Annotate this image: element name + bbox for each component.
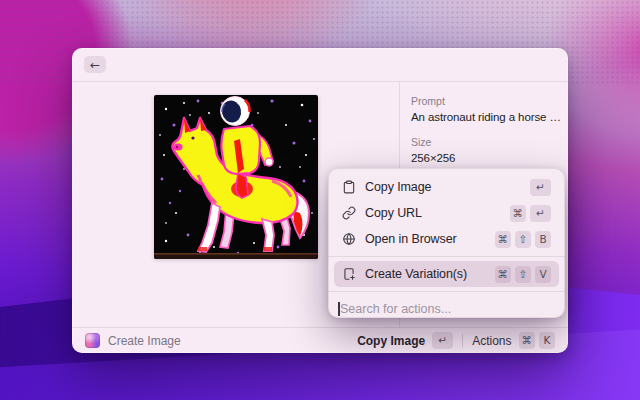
actions-panel: Copy Image ↵ Copy URL ⌘ ↵ Open in Browse…: [328, 168, 565, 318]
actions-panel-separator: [328, 256, 565, 257]
extension-icon: [85, 333, 100, 348]
metadata-value: An astronaut riding a horse in…: [411, 111, 563, 123]
action-item-copy-url[interactable]: Copy URL ⌘ ↵: [334, 200, 559, 226]
cmd-key-badge: ⌘: [495, 266, 512, 283]
action-label: Copy Image: [365, 180, 431, 194]
actions-search-row: [328, 296, 565, 318]
generated-image: [154, 95, 318, 259]
enter-key-badge: ↵: [530, 205, 551, 222]
shift-key-badge: ⇧: [515, 231, 531, 248]
metadata-item-size: Size 256×256: [411, 136, 564, 164]
action-item-copy-image[interactable]: Copy Image ↵: [334, 174, 559, 200]
metadata-label: Size: [411, 136, 564, 148]
v-key-badge: V: [535, 266, 551, 283]
text-caret: [338, 302, 340, 316]
metadata-label: Prompt: [411, 95, 564, 107]
action-label: Create Variation(s): [365, 267, 467, 281]
shift-key-badge: ⇧: [515, 266, 531, 283]
action-item-create-variations[interactable]: Create Variation(s) ⌘ ⇧ V: [334, 261, 559, 287]
clipboard-icon: [342, 180, 356, 194]
metadata-value: 256×256: [411, 152, 563, 164]
status-bar-divider: [462, 334, 463, 347]
enter-key-badge: ↵: [530, 179, 551, 196]
actions-menu-button[interactable]: Actions: [472, 334, 511, 348]
enter-key-badge: ↵: [432, 332, 453, 349]
cmd-key-badge: ⌘: [495, 231, 512, 248]
window-header: ←: [72, 48, 568, 82]
back-arrow-icon: ←: [90, 57, 100, 73]
actions-panel-separator: [328, 291, 565, 292]
status-bar: Create Image Copy Image ↵ Actions ⌘ K: [72, 327, 568, 353]
link-icon: [342, 206, 356, 220]
globe-icon: [342, 232, 356, 246]
cmd-key-badge: ⌘: [510, 205, 527, 222]
metadata-item-prompt: Prompt An astronaut riding a horse in…: [411, 95, 564, 123]
cmd-key-badge: ⌘: [519, 332, 536, 349]
command-name: Create Image: [108, 334, 181, 348]
k-key-badge: K: [539, 332, 555, 349]
action-item-open-in-browser[interactable]: Open in Browser ⌘ ⇧ B: [334, 226, 559, 252]
actions-search-input[interactable]: [328, 296, 565, 318]
new-document-plus-icon: [342, 267, 356, 281]
back-button[interactable]: ←: [84, 56, 106, 73]
action-label: Copy URL: [365, 206, 422, 220]
desktop: ←: [0, 0, 640, 400]
b-key-badge: B: [535, 231, 551, 248]
primary-action-button[interactable]: Copy Image: [357, 334, 425, 348]
action-label: Open in Browser: [365, 232, 457, 246]
